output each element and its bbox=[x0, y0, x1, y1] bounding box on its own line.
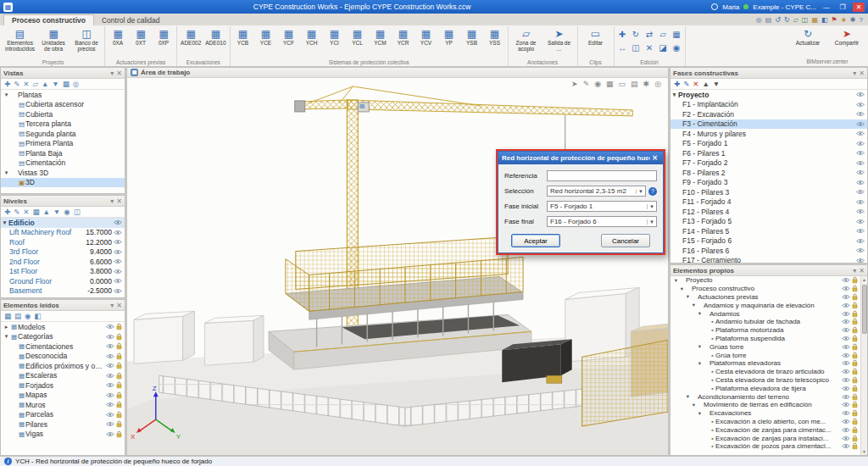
sort-up-icon[interactable]: ▲ bbox=[42, 79, 48, 89]
close-icon[interactable]: ✕ bbox=[650, 154, 659, 162]
visibility-eye-icon[interactable] bbox=[106, 324, 114, 330]
minimize-button[interactable]: — bbox=[821, 3, 832, 11]
visibility-eye-icon[interactable] bbox=[106, 412, 114, 418]
lock-icon[interactable] bbox=[852, 310, 858, 318]
chevron-icon[interactable]: ▾ bbox=[672, 277, 680, 284]
edit-phase-icon[interactable]: ✎ bbox=[683, 79, 689, 89]
tree-group[interactable]: ▾Plataformas elevadoras bbox=[670, 359, 860, 368]
expand-all-icon[interactable]: ▦ bbox=[4, 311, 11, 321]
visibility-eye-icon[interactable] bbox=[856, 247, 865, 253]
help-icon[interactable]: ? bbox=[648, 187, 657, 196]
flag-icon[interactable]: ⚑ bbox=[832, 16, 837, 25]
lock-icon[interactable] bbox=[852, 276, 858, 284]
tree-item[interactable]: ▦Edificios próximos y otros ... bbox=[1, 361, 125, 371]
cancelar-button[interactable]: Cancelar bbox=[601, 234, 650, 247]
visibility-eye-icon[interactable] bbox=[114, 219, 122, 225]
help-icon[interactable]: ? bbox=[860, 16, 863, 25]
visibility-eye-icon[interactable] bbox=[114, 230, 122, 236]
paste-icon[interactable]: ◫ bbox=[802, 16, 809, 25]
chevron-down-icon[interactable]: ▾ bbox=[853, 267, 856, 275]
chevron-icon[interactable]: ▾ bbox=[696, 343, 704, 350]
fase-item[interactable]: F5 - Forjado 1 bbox=[670, 139, 867, 149]
visibility-eye-icon[interactable] bbox=[106, 353, 114, 359]
lock-icon[interactable] bbox=[116, 342, 122, 350]
lock-icon[interactable] bbox=[116, 391, 122, 399]
visibility-eye-icon[interactable] bbox=[842, 443, 850, 449]
tree-item[interactable]: ▦Cimentaciones bbox=[1, 341, 125, 352]
undo-icon[interactable]: ↺ bbox=[775, 16, 781, 25]
level-row[interactable]: 2nd Floor6.6000 bbox=[1, 257, 125, 267]
fase-item[interactable]: F7 - Forjado 2 bbox=[670, 158, 867, 169]
move-up-icon[interactable]: ▲ bbox=[702, 79, 709, 89]
ribbon-button-compartir[interactable]: ➤Compartir bbox=[831, 26, 863, 47]
lock-icon[interactable] bbox=[852, 426, 858, 434]
tree-group[interactable]: ▾Actuaciones previas bbox=[670, 293, 860, 302]
lock-icon[interactable] bbox=[852, 335, 858, 342]
fase-item[interactable]: F4 - Muros y pilares bbox=[670, 129, 867, 139]
visibility-eye-icon[interactable] bbox=[842, 435, 850, 441]
lock-icon[interactable] bbox=[116, 420, 122, 428]
visibility-eye-icon[interactable] bbox=[106, 402, 114, 408]
camera-icon[interactable]: ◎ bbox=[654, 80, 661, 88]
lock-icon[interactable] bbox=[852, 359, 858, 367]
lock-icon[interactable] bbox=[852, 343, 858, 351]
tree-item[interactable]: ▦Parcelas bbox=[1, 410, 125, 420]
tree-group[interactable]: ▾Grúas torre bbox=[670, 342, 860, 351]
visibility-eye-icon[interactable] bbox=[106, 373, 114, 379]
chevron-icon[interactable]: ▾ bbox=[684, 393, 692, 400]
ribbon-button-editar[interactable]: ▭Editar bbox=[580, 26, 612, 47]
aceptar-button[interactable]: Aceptar bbox=[511, 234, 560, 247]
visibility-icon[interactable]: ◉ bbox=[25, 311, 31, 321]
lock-icon[interactable] bbox=[852, 385, 858, 392]
chevron-icon[interactable]: ▾ bbox=[696, 410, 704, 417]
chevron-icon[interactable]: ▾ bbox=[690, 402, 698, 408]
visibility-eye-icon[interactable] bbox=[106, 392, 114, 398]
scrollbar-thumb[interactable] bbox=[862, 285, 867, 334]
close-icon[interactable]: ✕ bbox=[116, 197, 122, 205]
visibility-eye-icon[interactable] bbox=[106, 343, 114, 349]
ribbon-button-0xa[interactable]: ▦0XA bbox=[107, 26, 129, 47]
delete-view-icon[interactable]: ✕ bbox=[23, 79, 29, 89]
visibility-eye-icon[interactable] bbox=[114, 249, 122, 255]
propios-scrollbar[interactable]: ▲ ▼ bbox=[860, 276, 867, 455]
edit-level-icon[interactable]: ✎ bbox=[14, 207, 19, 217]
visibility-eye-icon[interactable] bbox=[856, 130, 865, 136]
tree-item[interactable]: ▦Forjados bbox=[1, 380, 125, 391]
rotate-icon[interactable]: ↻ bbox=[630, 28, 643, 41]
close-icon[interactable]: ✕ bbox=[116, 302, 122, 309]
fase-item[interactable]: F9 - Forjado 3 bbox=[670, 178, 867, 188]
tree-group[interactable]: ▾Proyecto bbox=[670, 276, 860, 285]
tree-item[interactable]: ▤Cimentación bbox=[1, 158, 125, 169]
visibility-eye-icon[interactable] bbox=[856, 141, 865, 147]
camera-icon[interactable]: ◎ bbox=[73, 79, 79, 89]
close-icon[interactable]: ✕ bbox=[116, 69, 122, 77]
visibility-eye-icon[interactable] bbox=[114, 258, 122, 264]
lock-icon[interactable] bbox=[116, 362, 122, 369]
snap-icon[interactable]: ◉ bbox=[670, 42, 683, 54]
lock-icon[interactable] bbox=[852, 376, 858, 384]
tree-item[interactable]: ▦Muros bbox=[1, 400, 125, 410]
visibility-eye-icon[interactable] bbox=[842, 277, 850, 283]
visibility-eye-icon[interactable] bbox=[842, 394, 850, 400]
fase-final-select[interactable]: F16 - Forjado 6▼ bbox=[547, 216, 657, 227]
visibility-eye-icon[interactable] bbox=[106, 363, 114, 369]
tree-item[interactable]: ▪Andamio tubular de fachada bbox=[670, 318, 860, 326]
ribbon-button-ycb[interactable]: ▦YCB bbox=[232, 26, 254, 47]
down-icon[interactable]: ▼ bbox=[53, 207, 60, 217]
chevron-icon[interactable]: ▾ bbox=[696, 360, 704, 367]
chevron-icon[interactable]: ▾ bbox=[690, 302, 698, 308]
chevron-icon[interactable]: ▾ bbox=[3, 169, 10, 176]
fase-inicial-select[interactable]: F5 - Forjado 1▼ bbox=[547, 201, 657, 212]
building-row[interactable]: ▾Edificio bbox=[1, 218, 125, 228]
visibility-eye-icon[interactable] bbox=[856, 121, 865, 127]
chevron-icon[interactable]: ▾ bbox=[3, 92, 10, 98]
chevron-down-icon[interactable]: ▾ bbox=[853, 69, 856, 77]
lock-icon[interactable] bbox=[852, 418, 858, 425]
tree-group[interactable]: ▾Movimiento de tierras en edificación bbox=[670, 401, 860, 409]
titlebar[interactable]: ▦ CYPE Construction Works - Ejemplo CYPE… bbox=[0, 0, 868, 14]
level-row[interactable]: Roof12.2000 bbox=[1, 237, 125, 247]
lock-icon[interactable] bbox=[852, 352, 858, 359]
measure-icon[interactable]: ↔ bbox=[616, 42, 629, 54]
tree-group[interactable]: ▸▦Modelos bbox=[1, 322, 125, 332]
visibility-eye-icon[interactable] bbox=[856, 219, 865, 225]
